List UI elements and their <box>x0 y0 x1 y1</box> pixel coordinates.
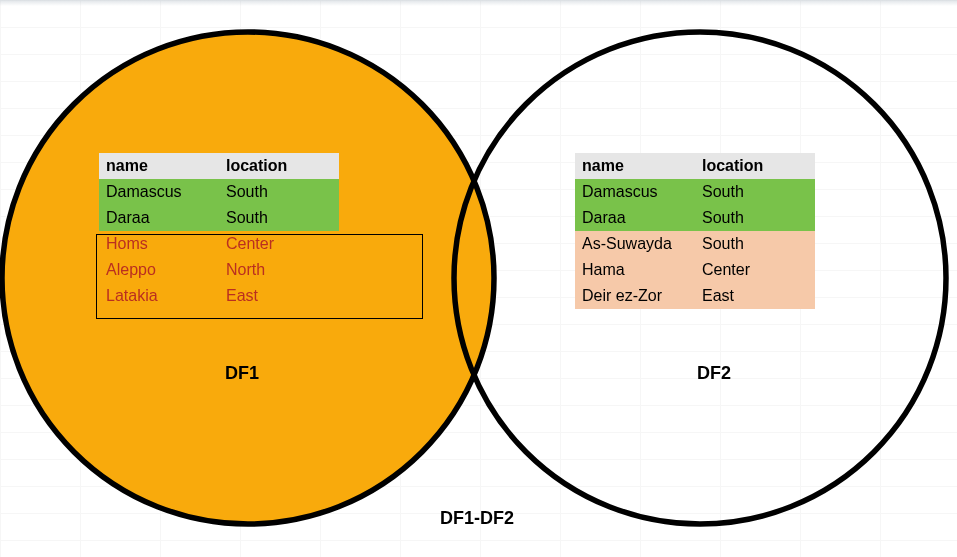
df1-col-location-header: location <box>219 153 339 179</box>
df2-header-row: name location <box>575 153 815 179</box>
df1-cell-location: North <box>219 257 339 283</box>
table-row: Deir ez-Zor East <box>575 283 815 309</box>
df2-cell-location: South <box>695 179 815 205</box>
df1-cell-name: Damascus <box>99 179 219 205</box>
df1-cell-name: Aleppo <box>99 257 219 283</box>
df2-cell-location: South <box>695 205 815 231</box>
df1-table: name location Damascus South Daraa South… <box>98 152 339 309</box>
df2-label: DF2 <box>697 363 731 384</box>
df2-cell-location: East <box>695 283 815 309</box>
table-row: As-Suwayda South <box>575 231 815 257</box>
df2-cell-name: Daraa <box>575 205 695 231</box>
df1-cell-name: Latakia <box>99 283 219 309</box>
difference-label: DF1-DF2 <box>440 508 514 529</box>
df1-cell-location: South <box>219 205 339 231</box>
df1-header-row: name location <box>99 153 339 179</box>
table-row: Hama Center <box>575 257 815 283</box>
table-row: Daraa South <box>99 205 339 231</box>
table-row: Daraa South <box>575 205 815 231</box>
df2-cell-name: Deir ez-Zor <box>575 283 695 309</box>
df2-col-name-header: name <box>575 153 695 179</box>
table-row: Damascus South <box>575 179 815 205</box>
table-row: Latakia East <box>99 283 339 309</box>
df1-cell-location: East <box>219 283 339 309</box>
table-row: Aleppo North <box>99 257 339 283</box>
df1-cell-location: South <box>219 179 339 205</box>
df1-cell-name: Homs <box>99 231 219 257</box>
table-row: Homs Center <box>99 231 339 257</box>
df2-cell-name: Hama <box>575 257 695 283</box>
df2-table: name location Damascus South Daraa South… <box>574 152 815 309</box>
df1-label: DF1 <box>225 363 259 384</box>
df1-col-name-header: name <box>99 153 219 179</box>
df2-cell-location: Center <box>695 257 815 283</box>
table-row: Damascus South <box>99 179 339 205</box>
df2-cell-location: South <box>695 231 815 257</box>
df2-cell-name: As-Suwayda <box>575 231 695 257</box>
df2-col-location-header: location <box>695 153 815 179</box>
df1-cell-name: Daraa <box>99 205 219 231</box>
df1-cell-location: Center <box>219 231 339 257</box>
df2-cell-name: Damascus <box>575 179 695 205</box>
